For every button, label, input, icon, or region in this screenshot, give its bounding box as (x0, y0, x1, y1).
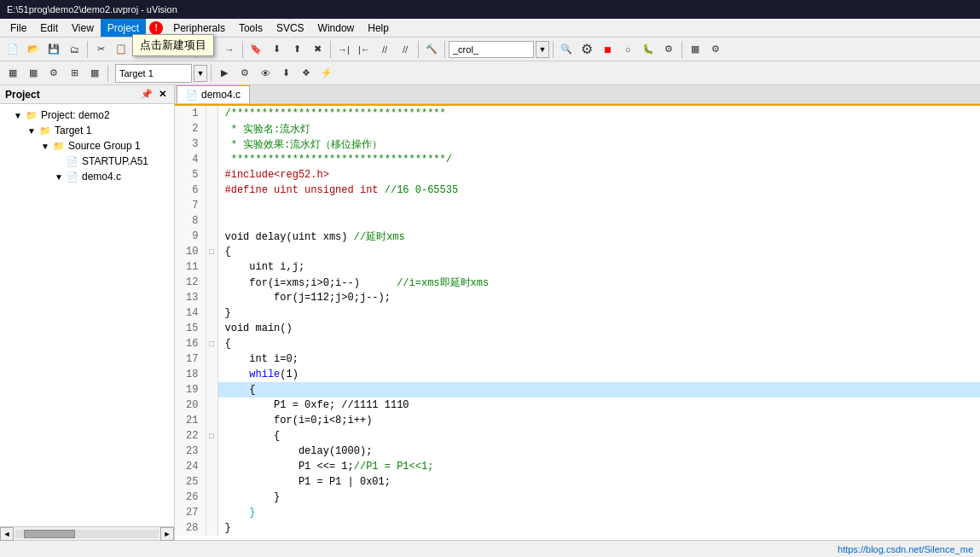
code-line-25: 25 P1 = P1 | 0x01; (175, 474, 980, 490)
debug-btn[interactable]: 🐛 (639, 40, 658, 59)
code-line-16: 16□{ (175, 336, 980, 351)
code-line-14: 14} (175, 305, 980, 321)
line-code-16: { (217, 336, 980, 351)
line-code-3: * 实验效果:流水灯（移位操作） (217, 136, 980, 152)
uncomment-btn[interactable]: // (396, 40, 415, 59)
tb2-btn3[interactable]: ⚙ (44, 64, 63, 83)
line-fold-5 (206, 167, 217, 183)
prev-bookmark-btn[interactable]: ⬆ (287, 40, 306, 59)
tb2-watch-btn[interactable]: 👁 (256, 64, 275, 83)
line-fold-10[interactable]: □ (206, 244, 217, 259)
line-number-6: 6 (175, 183, 206, 198)
menu-edit[interactable]: Edit (33, 19, 65, 37)
save-button[interactable]: 💾 (44, 40, 63, 59)
line-fold-28 (206, 520, 217, 536)
tb2-load-btn[interactable]: ⬇ (276, 64, 295, 83)
tb2-flash-btn[interactable]: ⚡ (317, 64, 336, 83)
circle-btn[interactable]: ○ (618, 40, 637, 59)
scroll-track[interactable] (15, 530, 159, 538)
menu-window[interactable]: Window (311, 19, 362, 37)
menu-svcs[interactable]: SVCS (270, 19, 311, 37)
line-code-10: { (217, 244, 980, 259)
stop-btn[interactable]: ⏹ (598, 40, 617, 59)
code-line-1: 1/*********************************** (175, 106, 980, 121)
view-btn[interactable]: ▦ (686, 40, 705, 59)
line-number-25: 25 (175, 474, 206, 490)
save-all-button[interactable]: 🗂 (65, 40, 84, 59)
find-btn[interactable]: 🔍 (557, 40, 576, 59)
new-file-button[interactable]: 📄 (3, 40, 22, 59)
target-dropdown[interactable]: ▼ (194, 65, 207, 82)
scroll-left-btn[interactable]: ◄ (0, 527, 14, 541)
tree-item-demo4[interactable]: ▼ 📄 demo4.c (0, 169, 174, 184)
line-fold-22[interactable]: □ (206, 428, 217, 444)
bookmark-btn[interactable]: 🔖 (246, 40, 265, 59)
title-bar: E:\51prog\demo2\demo2.uvproj - uVision (0, 0, 980, 19)
tb2-btn4[interactable]: ⊞ (65, 64, 84, 83)
copy-button[interactable]: 📋 (112, 40, 130, 59)
target-label: Target 1 (55, 125, 91, 136)
tb2-btn1[interactable]: ▦ (3, 64, 22, 83)
line-number-27: 27 (175, 505, 206, 520)
tab-file-icon: 📄 (186, 90, 198, 101)
scroll-right-btn[interactable]: ► (160, 527, 174, 541)
open-button[interactable]: 📂 (24, 40, 43, 59)
config2-btn[interactable]: ⚙ (706, 40, 725, 59)
config1-btn[interactable]: ⚙ (577, 40, 596, 59)
expand-demo4[interactable]: ▼ (55, 172, 67, 182)
target-select-group: ▼ (115, 64, 207, 83)
expand-target[interactable]: ▼ (27, 126, 39, 136)
clear-bookmark-btn[interactable]: ✖ (308, 40, 327, 59)
target-input[interactable] (115, 64, 192, 83)
project-header: Project 📌 ✕ (0, 85, 174, 104)
tree-item-project[interactable]: ▼ 📁 Project: demo2 (0, 107, 174, 123)
code-area[interactable]: 1/***********************************2 *… (175, 104, 980, 540)
line-fold-13 (206, 290, 217, 305)
toolbar-sep-4 (330, 41, 331, 58)
tb2-btn2[interactable]: ▦ (24, 64, 43, 83)
comment-btn[interactable]: // (375, 40, 394, 59)
pin-icon[interactable]: 📌 (140, 88, 154, 102)
tab-demo4[interactable]: 📄 demo4.c (177, 85, 250, 103)
line-code-28: } (217, 520, 980, 536)
expand-project[interactable]: ▼ (14, 111, 26, 120)
fwd-nav-button[interactable]: → (220, 40, 239, 59)
line-number-18: 18 (175, 367, 206, 382)
line-fold-2 (206, 121, 217, 136)
status-bar: https://blog.csdn.net/Silence_me (0, 540, 980, 557)
next-bookmark-btn[interactable]: ⬇ (267, 40, 286, 59)
target-icon: 📁 (39, 125, 53, 136)
tree-item-target[interactable]: ▼ 📁 Target 1 (0, 123, 174, 138)
menu-view[interactable]: View (65, 19, 101, 37)
expand-source-group[interactable]: ▼ (41, 142, 53, 151)
tb2-extra-btn[interactable]: ❖ (297, 64, 316, 83)
tb2-conf-btn[interactable]: ⚙ (235, 64, 254, 83)
title-text: E:\51prog\demo2\demo2.uvproj - uVision (7, 4, 177, 15)
project-header-icons: 📌 ✕ (140, 88, 169, 102)
build-input[interactable] (449, 41, 534, 58)
main-area: Project 📌 ✕ ▼ 📁 Project: demo2 ▼ 📁 Targe… (0, 85, 980, 540)
tb2-sep1 (107, 65, 108, 82)
menu-tools[interactable]: Tools (232, 19, 270, 37)
indent-btn[interactable]: →| (334, 40, 353, 59)
line-code-9: void delay(uint xms) //延时xms (217, 229, 980, 244)
line-fold-12 (206, 275, 217, 290)
tree-item-source-group[interactable]: ▼ 📁 Source Group 1 (0, 138, 174, 154)
cut-button[interactable]: ✂ (91, 40, 110, 59)
settings-btn[interactable]: ⚙ (659, 40, 678, 59)
line-code-8 (217, 213, 980, 229)
build-btn[interactable]: 🔨 (422, 40, 441, 59)
line-fold-16[interactable]: □ (206, 336, 217, 351)
scroll-thumb[interactable] (24, 530, 75, 538)
source-group-icon: 📁 (53, 141, 67, 152)
line-number-23: 23 (175, 444, 206, 459)
build-input-dropdown[interactable]: ▼ (536, 41, 549, 58)
close-panel-icon[interactable]: ✕ (155, 88, 169, 102)
project-root-label: Project: demo2 (41, 109, 110, 121)
tb2-run-btn[interactable]: ▶ (215, 64, 234, 83)
menu-file[interactable]: File (3, 19, 33, 37)
unindent-btn[interactable]: |← (355, 40, 374, 59)
menu-help[interactable]: Help (361, 19, 396, 37)
tb2-btn5[interactable]: ▦ (85, 64, 104, 83)
tree-item-startup[interactable]: 📄 STARTUP.A51 (0, 154, 174, 169)
